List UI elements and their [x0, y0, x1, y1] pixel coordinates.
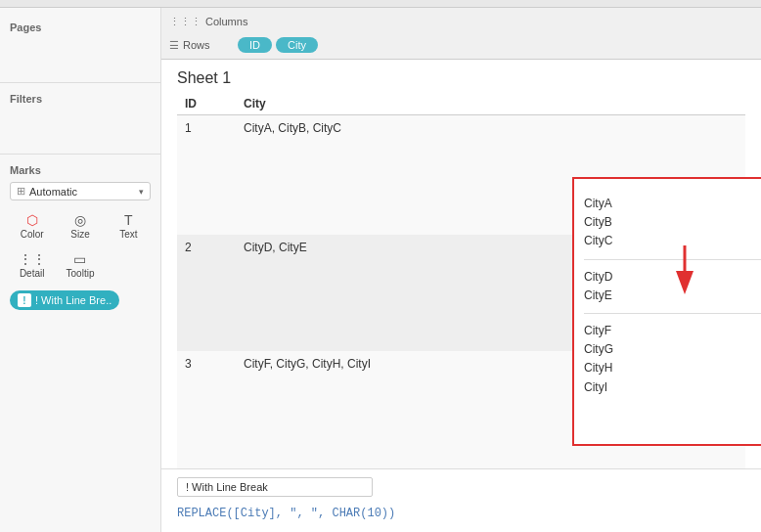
columns-label: ⋮⋮⋮ Columns — [169, 16, 238, 28]
marks-size-button[interactable]: ◎ Size — [58, 208, 102, 244]
rows-icon: ☰ — [169, 39, 179, 52]
tooltip-icon: ▭ — [73, 251, 86, 267]
row3-city: CityF, CityG, CityH, CityI — [236, 351, 431, 468]
main-layout: Pages Filters Marks ⊞ Automatic ▾ ⬡ Colo… — [0, 8, 761, 532]
pages-content — [10, 39, 151, 68]
highlight-city-f: CityF — [584, 322, 761, 340]
marks-type-icon: ⊞ — [17, 185, 25, 198]
highlight-group-3: CityF CityG CityH CityI — [584, 314, 761, 405]
rows-pill-id[interactable]: ID — [238, 37, 272, 53]
pages-title: Pages — [10, 22, 151, 33]
content-area: ⋮⋮⋮ Columns ☰ Rows ID City Sheet 1 ID — [161, 8, 761, 532]
row1-city: CityA, CityB, CityC — [236, 115, 431, 235]
row3-id: 3 — [177, 351, 236, 468]
with-line-break-label: ! With Line Bre.. — [35, 294, 112, 306]
formula-code-display: REPLACE([City], ", ", CHAR(10)) — [177, 503, 745, 524]
marks-buttons-grid: ⬡ Color ◎ Size T Text ⋮⋮ Detail ▭ Tool — [10, 208, 151, 283]
formula-text: REPLACE([City], ", ", CHAR(10)) — [177, 507, 395, 520]
marks-title: Marks — [10, 164, 151, 176]
rows-pill-city[interactable]: City — [276, 37, 318, 53]
bottom-area: ! With Line Break REPLACE([City], ", ", … — [161, 468, 761, 532]
rows-label: ☰ Rows — [169, 39, 238, 52]
filters-title: Filters — [10, 93, 151, 105]
with-line-break-button[interactable]: ! ! With Line Bre.. — [10, 290, 119, 310]
color-label: Color — [21, 229, 44, 240]
marks-section: Marks ⊞ Automatic ▾ ⬡ Color ◎ Size T Tex… — [0, 158, 160, 316]
shelf-area: ⋮⋮⋮ Columns ☰ Rows ID City — [161, 8, 761, 60]
filters-content — [10, 111, 151, 140]
size-icon: ◎ — [74, 212, 86, 228]
columns-icon: ⋮⋮⋮ — [169, 16, 201, 28]
highlight-box: CityA CityB CityC CityD CityE CityF City… — [572, 177, 761, 446]
tooltip-label: Tooltip — [67, 268, 95, 279]
view-area: Sheet 1 ID City 1 CityA, CityB, CityC — [161, 60, 761, 468]
text-icon: T — [124, 212, 133, 228]
red-arrow — [665, 245, 704, 297]
col-header-city: City — [236, 93, 431, 115]
highlight-city-g: CityG — [584, 340, 761, 359]
row2-city: CityD, CityE — [236, 235, 431, 352]
highlight-city-i: CityI — [584, 378, 761, 397]
col-header-id: ID — [177, 93, 236, 115]
marks-type-dropdown[interactable]: ⊞ Automatic ▾ — [10, 182, 151, 200]
divider-2 — [0, 154, 160, 155]
detail-label: Detail — [20, 268, 45, 279]
pages-section: Pages — [0, 16, 160, 78]
highlight-city-b: CityB — [584, 213, 761, 232]
marks-color-button[interactable]: ⬡ Color — [10, 208, 54, 244]
highlight-city-h: CityH — [584, 359, 761, 377]
top-bar — [0, 0, 761, 8]
row2-id: 2 — [177, 235, 236, 352]
marks-type-label: Automatic — [29, 186, 139, 198]
marks-text-button[interactable]: T Text — [107, 208, 151, 244]
size-label: Size — [70, 229, 89, 240]
marks-detail-button[interactable]: ⋮⋮ Detail — [10, 247, 54, 283]
highlight-city-a: CityA — [584, 195, 761, 213]
sheet-title: Sheet 1 — [161, 60, 761, 93]
rows-shelf: ☰ Rows ID City — [169, 33, 753, 57]
filters-section: Filters — [0, 87, 160, 150]
table-header-row: ID City — [177, 93, 745, 115]
row1-id: 1 — [177, 115, 236, 235]
formula-label-bar: ! With Line Break — [177, 477, 745, 497]
marks-dropdown-arrow-icon: ▾ — [139, 187, 144, 197]
formula-name-field[interactable]: ! With Line Break — [177, 477, 373, 497]
columns-shelf: ⋮⋮⋮ Columns — [169, 10, 753, 33]
divider-1 — [0, 82, 160, 83]
text-label: Text — [119, 229, 137, 240]
sidebar: Pages Filters Marks ⊞ Automatic ▾ ⬡ Colo… — [0, 8, 161, 532]
detail-icon: ⋮⋮ — [19, 251, 46, 267]
marks-tooltip-button[interactable]: ▭ Tooltip — [58, 247, 102, 283]
color-icon: ⬡ — [26, 212, 38, 228]
with-line-break-icon: ! — [18, 293, 31, 307]
col-header-empty — [431, 93, 745, 115]
